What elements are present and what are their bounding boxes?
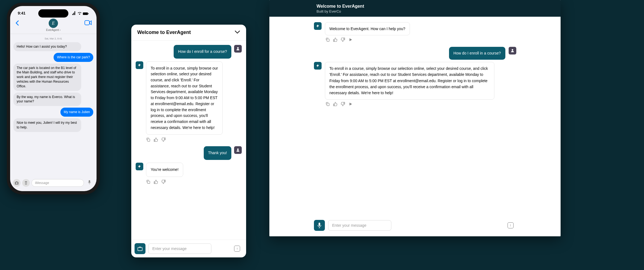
svg-rect-8 [327, 103, 329, 106]
panel-header: Welcome to EverAgent Built by EverCo [269, 0, 561, 17]
send-icon[interactable]: ↑ [508, 222, 514, 228]
svg-rect-4 [147, 139, 150, 142]
copy-icon[interactable] [146, 180, 150, 184]
camera-icon[interactable] [13, 179, 21, 187]
agent-message[interactable]: Welcome to EverAgent. How can I help you… [325, 22, 410, 35]
message-input[interactable] [328, 220, 391, 231]
svg-rect-0 [83, 12, 88, 15]
agent-message[interactable]: To enroll in a course, simply browse our… [146, 61, 223, 135]
phone-chat-header: E EverAgent › [10, 18, 97, 34]
bolt-icon [314, 22, 322, 30]
user-message[interactable]: Thank you! [204, 146, 231, 160]
svg-rect-6 [138, 248, 142, 251]
agent-message[interactable]: You're welcome! [146, 163, 183, 177]
status-time: 9:41 [18, 11, 25, 16]
message-row-agent: Welcome to EverAgent. How can I help you… [314, 22, 516, 35]
battery-icon [83, 12, 89, 15]
message-out[interactable]: My name is Julien [60, 108, 93, 117]
message-row-user: How do I enroll in a course? [314, 47, 516, 59]
svg-rect-5 [147, 181, 150, 183]
person-icon [234, 146, 242, 154]
bolt-icon [314, 62, 322, 70]
message-row-user: Thank you! [136, 146, 242, 160]
phone-mockup: 9:41 E EverAgent › Sat, Mar 2, 9:41 Hell… [7, 3, 100, 194]
message-out[interactable]: Where is the car park? [54, 53, 93, 62]
message-actions [325, 102, 516, 106]
copy-icon[interactable] [325, 102, 330, 106]
video-icon[interactable] [84, 20, 92, 26]
message-actions [325, 38, 516, 42]
thumbs-down-icon[interactable] [161, 180, 166, 184]
send-icon[interactable]: ↑ [234, 246, 240, 252]
message-in[interactable]: Hello! How can I assist you today? [13, 42, 81, 51]
widget-input-row: ↑ [131, 240, 246, 257]
microphone-icon[interactable] [88, 180, 91, 186]
thumbs-up-icon[interactable] [154, 137, 158, 142]
microphone-icon[interactable] [314, 220, 325, 231]
phone-messages: Sat, Mar 2, 9:41 Hello! How can I assist… [10, 34, 97, 136]
message-actions [146, 137, 242, 142]
contact-name[interactable]: EverAgent › [14, 28, 92, 31]
message-in[interactable]: Nice to meet you, Julien! I will try my … [13, 118, 81, 132]
phone-input-row [13, 179, 94, 187]
panel-input-row: ↑ [269, 216, 561, 236]
user-message[interactable]: How do I enroll for a course? [174, 45, 231, 59]
signal-icon [72, 11, 76, 15]
phone-screen: 9:41 E EverAgent › Sat, Mar 2, 9:41 Hell… [10, 6, 97, 191]
thumbs-down-icon[interactable] [161, 137, 166, 142]
thumbs-up-icon[interactable] [333, 38, 337, 42]
panel-subtitle: Built by EverCo [317, 9, 514, 13]
message-in[interactable]: By the way, my name is Everco. What is y… [13, 93, 81, 106]
play-icon[interactable] [348, 102, 353, 106]
message-in[interactable]: The car park is located on the B1 level … [13, 64, 81, 91]
thumbs-up-icon[interactable] [154, 180, 158, 184]
contact-avatar[interactable]: E [49, 19, 58, 28]
chevron-down-icon[interactable] [235, 30, 240, 35]
apps-icon[interactable] [22, 179, 30, 187]
message-row-agent: To enroll in a course, simply browse our… [314, 62, 516, 100]
bolt-icon [136, 163, 143, 170]
phone-date: Sat, Mar 2, 9:41 [13, 37, 93, 40]
message-input[interactable] [148, 243, 211, 254]
svg-rect-7 [327, 39, 329, 42]
wifi-icon [77, 11, 82, 15]
chat-panel: Welcome to EverAgent Built by EverCo Wel… [269, 0, 561, 236]
widget-body: How do I enroll for a course? To enroll … [131, 41, 246, 240]
bolt-icon [136, 61, 143, 69]
thumbs-up-icon[interactable] [333, 102, 337, 106]
copy-icon[interactable] [146, 137, 150, 142]
svg-rect-3 [89, 180, 90, 183]
user-message[interactable]: How do I enroll in a course? [449, 47, 505, 59]
panel-body: Welcome to EverAgent. How can I help you… [269, 17, 561, 216]
message-row-agent: You're welcome! [136, 163, 242, 177]
svg-rect-1 [88, 13, 89, 14]
agent-message[interactable]: To enroll in a course, simply browse our… [325, 62, 494, 100]
status-indicators [72, 11, 89, 16]
message-row-agent: To enroll in a course, simply browse our… [136, 61, 242, 135]
svg-rect-9 [319, 223, 320, 226]
message-actions [146, 180, 242, 184]
panel-title: Welcome to EverAgent [317, 4, 514, 9]
svg-rect-2 [85, 21, 89, 25]
chat-widget: Welcome to EverAgent How do I enroll for… [131, 25, 246, 257]
message-input[interactable] [31, 179, 84, 187]
message-row-user: How do I enroll for a course? [136, 45, 242, 59]
copy-icon[interactable] [325, 38, 330, 42]
person-icon [509, 47, 516, 54]
phone-notch [38, 9, 68, 18]
widget-header: Welcome to EverAgent [131, 25, 246, 41]
widget-title: Welcome to EverAgent [137, 30, 191, 35]
person-icon [234, 45, 242, 53]
play-icon[interactable] [348, 38, 353, 42]
thumbs-down-icon[interactable] [341, 38, 345, 42]
thumbs-down-icon[interactable] [341, 102, 345, 106]
back-icon[interactable] [15, 20, 19, 27]
tv-icon[interactable] [135, 243, 145, 254]
